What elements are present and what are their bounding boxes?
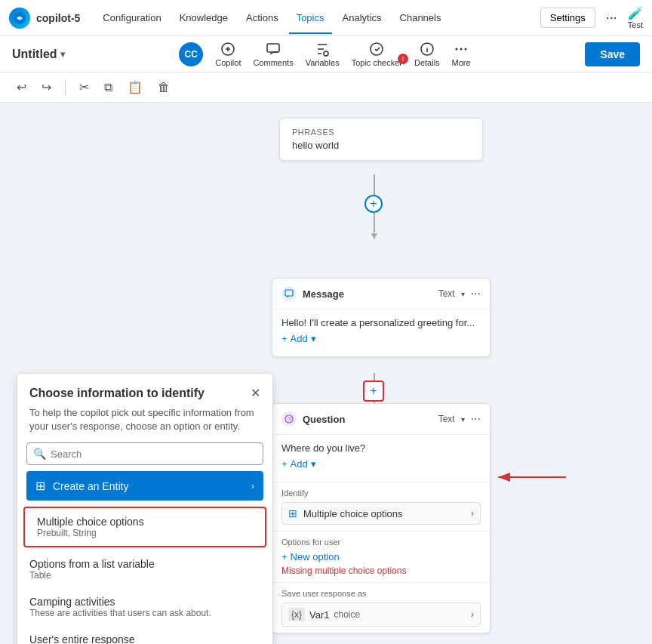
svg-point-3: [324, 51, 328, 56]
cut-button[interactable]: ✂: [75, 77, 94, 97]
nav-more-dots[interactable]: ···: [601, 7, 622, 29]
camping-activities-item[interactable]: Camping activities These are activities …: [17, 588, 272, 626]
redo-button[interactable]: ↪: [37, 77, 56, 97]
new-option-button[interactable]: + New option: [281, 551, 481, 562]
more-button[interactable]: More: [452, 42, 471, 67]
nav-right: Settings ··· 🧪 Test: [540, 6, 643, 29]
undo-button[interactable]: ↩: [12, 77, 31, 97]
question-more-icon[interactable]: ···: [471, 412, 481, 426]
document-title-area[interactable]: Untitled ▾: [12, 48, 65, 61]
topic-checker-badge: !: [398, 54, 408, 64]
entire-response-item[interactable]: User's entire response No entity extract…: [17, 626, 272, 644]
message-type-chevron-icon[interactable]: ▾: [461, 290, 465, 298]
multiple-choice-item[interactable]: Multiple choice options Prebuilt, String: [23, 507, 266, 547]
identify-chip-chevron-icon: ›: [471, 508, 474, 519]
add-button-red[interactable]: +: [363, 381, 384, 402]
nav-configuration[interactable]: Configuration: [95, 8, 168, 28]
nav-knowledge[interactable]: Knowledge: [172, 8, 235, 28]
create-entity-label: Create an Entity: [53, 480, 244, 492]
item-subtitle-2: These are activities that users can ask …: [29, 608, 260, 618]
nav-analytics[interactable]: Analytics: [335, 8, 389, 28]
toolbar-center: CC Copilot Comments Variables Topic chec…: [65, 42, 586, 67]
details-button[interactable]: Details: [414, 42, 440, 67]
item-title-3: User's entire response: [29, 633, 260, 644]
plus-icon-q: +: [281, 458, 288, 470]
plus-icon-opt: +: [281, 551, 288, 562]
app-name: copilot-5: [36, 12, 80, 24]
item-subtitle-1: Table: [29, 570, 260, 581]
test-label: Test: [628, 20, 643, 29]
var-chevron-icon: ›: [471, 609, 474, 620]
test-button[interactable]: 🧪 Test: [628, 6, 643, 29]
delete-button[interactable]: 🗑: [153, 78, 174, 97]
copy-button[interactable]: ⧉: [100, 78, 117, 97]
question-body: Where do you live? + Add ▾: [272, 435, 490, 482]
item-title-1: Options from a list variable: [29, 558, 260, 570]
panel-description: To help the copilot pick out specific in…: [17, 406, 272, 442]
message-node-header: Message Text ▾ ···: [272, 279, 490, 310]
identify-chip-icon: ⊞: [288, 507, 297, 519]
settings-button[interactable]: Settings: [540, 8, 595, 28]
message-more-icon[interactable]: ···: [471, 287, 481, 300]
svg-point-4: [371, 43, 383, 55]
options-label: Options for user: [281, 538, 481, 547]
message-node: Message Text ▾ ··· Hello! I'll create a …: [272, 278, 491, 357]
question-text: Where do you live?: [281, 442, 481, 454]
top-navigation: copilot-5 Configuration Knowledge Action…: [0, 0, 652, 36]
add-button-1[interactable]: +: [364, 195, 383, 213]
nav-actions[interactable]: Actions: [238, 8, 286, 28]
create-entity-button[interactable]: ⊞ Create an Entity ›: [26, 471, 263, 501]
nav-links: Configuration Knowledge Actions Topics A…: [95, 8, 540, 28]
cc-avatar[interactable]: CC: [179, 42, 203, 66]
var-type: choice: [334, 609, 466, 620]
message-title: Message: [303, 288, 432, 300]
svg-point-6: [456, 48, 458, 50]
multiple-choice-item-inner[interactable]: Multiple choice options Prebuilt, String: [25, 508, 265, 546]
add-chevron-icon-q: ▾: [311, 458, 316, 470]
identify-section: Identify ⊞ Multiple choice options ›: [272, 482, 490, 531]
topic-checker-button[interactable]: Topic checker !: [352, 42, 402, 67]
create-entity-icon: ⊞: [35, 479, 45, 493]
search-input[interactable]: [51, 448, 257, 460]
connector-1: [374, 174, 375, 197]
add-chevron-icon: ▾: [311, 333, 316, 344]
question-title: Question: [303, 414, 432, 425]
phrases-content[interactable]: hello world: [292, 140, 470, 151]
phrases-label: Phrases: [292, 128, 470, 137]
options-list-item[interactable]: Options from a list variable Table: [17, 550, 272, 588]
nav-topics[interactable]: Topics: [289, 8, 332, 28]
paste-button[interactable]: 📋: [123, 77, 147, 97]
message-type[interactable]: Text: [438, 288, 455, 299]
item-title-2: Camping activities: [29, 596, 260, 608]
question-node: ? Question Text ▾ ··· Where do you live?…: [272, 403, 491, 633]
nav-channels[interactable]: Channels: [392, 8, 449, 28]
svg-rect-2: [267, 44, 279, 52]
canvas: Phrases hello world + ▼ Message Text ▾ ·…: [0, 103, 652, 644]
identify-chip-text: Multiple choice options: [303, 508, 465, 519]
item-subtitle-0: Prebuilt, String: [37, 528, 253, 538]
save-response-label: Save user response as: [281, 589, 481, 598]
svg-point-8: [465, 48, 467, 50]
toolbar-separator: [65, 80, 66, 95]
search-bar[interactable]: 🔍: [26, 442, 263, 465]
var-name: Var1: [309, 609, 330, 621]
question-add-button[interactable]: + Add ▾: [281, 454, 481, 474]
missing-warning: Missing multiple choice options: [281, 565, 481, 576]
copilot-button[interactable]: Copilot: [215, 42, 241, 67]
edit-toolbar: ↩ ↪ ✂ ⧉ 📋 🗑: [0, 72, 652, 103]
message-add-button[interactable]: + Add ▾: [281, 328, 481, 349]
panel-close-button[interactable]: ✕: [251, 386, 260, 400]
message-icon: [281, 286, 297, 301]
comments-button[interactable]: Comments: [253, 42, 293, 67]
var-chip[interactable]: {x} Var1 choice ›: [281, 602, 481, 627]
create-entity-chevron-icon: ›: [251, 481, 254, 491]
message-text: Hello! I'll create a personalized greeti…: [281, 317, 481, 328]
panel-header: Choose information to identify ✕: [17, 374, 272, 400]
question-type[interactable]: Text: [438, 414, 455, 424]
variables-button[interactable]: Variables: [306, 42, 340, 67]
save-button[interactable]: Save: [585, 42, 640, 66]
question-type-chevron-icon[interactable]: ▾: [461, 415, 465, 424]
identify-chip[interactable]: ⊞ Multiple choice options ›: [281, 502, 481, 525]
phrases-node: Phrases hello world: [279, 118, 483, 161]
panel-title: Choose information to identify: [29, 387, 251, 400]
